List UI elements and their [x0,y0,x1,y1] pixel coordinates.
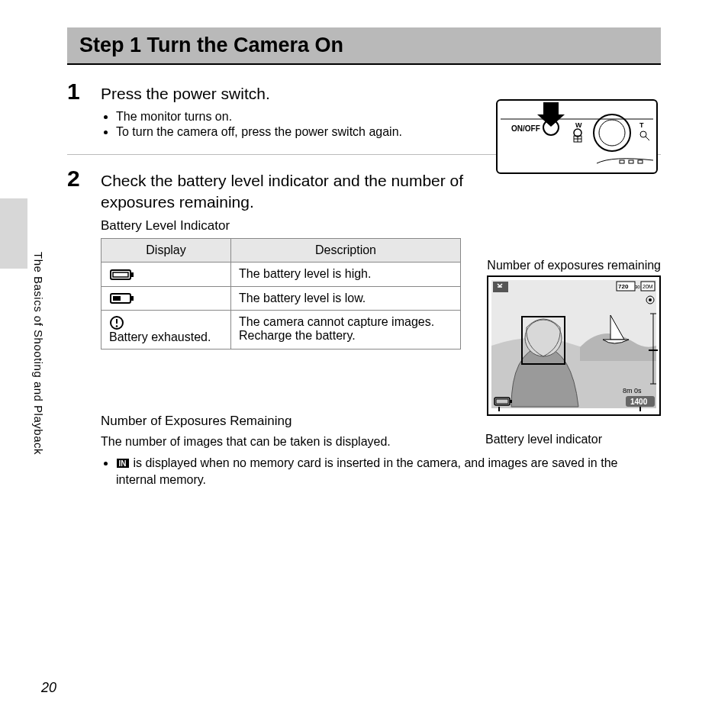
table-row: Battery exhausted. The camera cannot cap… [101,311,461,350]
svg-point-24 [116,326,118,328]
side-tab [0,198,27,269]
svg-text:IN: IN [119,459,127,468]
svg-point-4 [599,120,625,146]
step-1-number: 1 [67,80,101,103]
svg-text:720: 720 [618,283,629,290]
camera-top-illustration: ON/OFF W T [496,99,658,174]
svg-line-12 [646,137,649,140]
onoff-label: ON/OFF [511,124,540,133]
battery-low-icon [109,292,135,305]
page-number: 20 [41,680,56,696]
svg-point-39 [649,298,652,301]
svg-marker-2 [537,102,565,127]
side-section-label: The Basics of Shooting and Playback [32,252,45,455]
section-title: Step 1 Turn the Camera On [79,34,649,57]
svg-text:8m 0s: 8m 0s [623,387,642,395]
svg-rect-14 [629,160,633,163]
battery-indicator-heading: Battery Level Indicator [101,218,661,234]
monitor-preview-illustration: 720 30 20M 8m 0s 1400 [488,277,659,411]
step-2-number: 2 [67,167,101,190]
svg-text:T: T [639,121,644,129]
battery-level-table: Display Description The battery level is… [101,238,461,350]
exposures-remaining-label: Number of exposures remaining [485,258,661,272]
svg-text:1400: 1400 [630,398,648,406]
section-title-bar: Step 1 Turn the Camera On [67,27,661,65]
svg-rect-21 [113,296,121,301]
internal-memory-note: IN is displayed when no memory card is i… [116,455,661,488]
internal-memory-icon: IN [116,458,130,469]
svg-point-11 [640,131,646,137]
step-2-heading: Check the battery level indicator and th… [101,170,528,212]
table-row: The battery level is high. [101,262,461,286]
battery-full-icon [109,268,135,282]
table-col-description: Description [231,238,461,262]
svg-text:30: 30 [635,285,640,289]
svg-rect-15 [638,160,643,163]
svg-rect-17 [130,272,134,277]
battery-indicator-label: Battery level indicator [485,433,661,446]
svg-point-30 [525,320,562,356]
svg-text:W: W [575,121,582,129]
svg-rect-13 [620,160,624,163]
svg-text:20M: 20M [643,284,653,289]
warning-icon [109,315,124,330]
svg-rect-18 [113,272,128,277]
table-col-display: Display [101,238,231,262]
monitor-illustration-block: Number of exposures remaining [485,258,661,446]
svg-rect-48 [510,400,512,403]
svg-rect-20 [130,296,134,301]
svg-rect-16 [111,270,130,279]
table-row: The battery level is low. [101,286,461,311]
